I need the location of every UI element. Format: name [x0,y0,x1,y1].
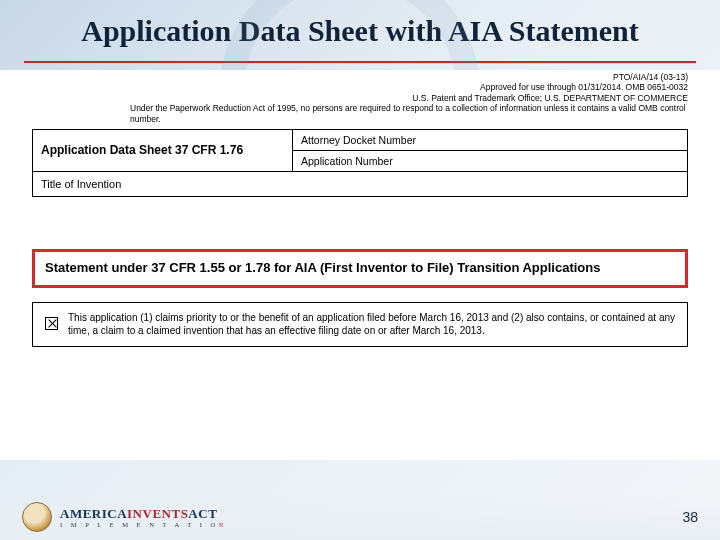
aia-statement-box: This application (1) claims priority to … [32,302,688,347]
meta-line-4: Under the Paperwork Reduction Act of 199… [130,103,688,124]
meta-line-1: PTO/AIA/14 (03-13) [130,72,688,83]
aia-logo: AMERICAINVENTSACT I M P L E M E N T A T … [60,505,227,529]
aia-logo-sub: I M P L E M E N T A T I ON [60,522,227,529]
ads-heading-cell: Application Data Sheet 37 CFR 1.76 [33,130,293,171]
ads-grid-row-2: Title of Invention [33,171,687,196]
ads-grid: Application Data Sheet 37 CFR 1.76 Attor… [32,129,688,197]
form-header-meta: PTO/AIA/14 (03-13) Approved for use thro… [0,70,720,129]
title-of-invention-cell: Title of Invention [33,172,687,196]
footer: AMERICAINVENTSACT I M P L E M E N T A T … [0,494,720,540]
form-area: PTO/AIA/14 (03-13) Approved for use thro… [0,70,720,460]
aia-statement-highlight: Statement under 37 CFR 1.55 or 1.78 for … [32,249,688,288]
ads-right-stack: Attorney Docket Number Application Numbe… [293,130,687,171]
title-divider [24,61,696,64]
slide-title: Application Data Sheet with AIA Statemen… [0,0,720,57]
slide: Application Data Sheet with AIA Statemen… [0,0,720,540]
aia-checkbox-checked-icon [45,317,58,330]
logo-sub-b: N [219,521,227,528]
ads-grid-row-1: Application Data Sheet 37 CFR 1.76 Attor… [33,130,687,171]
logo-word-america: AMERICA [60,506,127,521]
aia-statement-heading: Statement under 37 CFR 1.55 or 1.78 for … [45,260,675,277]
meta-line-2: Approved for use through 01/31/2014. OMB… [130,82,688,93]
aia-statement-text: This application (1) claims priority to … [68,311,677,338]
meta-line-3: U.S. Patent and Trademark Office; U.S. D… [130,93,688,104]
logo-word-invents: INVENTS [127,506,188,521]
attorney-docket-cell: Attorney Docket Number [293,130,687,150]
application-number-cell: Application Number [293,150,687,171]
seal-icon [22,502,52,532]
page-number: 38 [682,509,698,525]
logo-sub-a: I M P L E M E N T A T I O [60,521,219,528]
logo-word-act: ACT [188,506,217,521]
aia-logo-main: AMERICAINVENTSACT [60,505,227,521]
